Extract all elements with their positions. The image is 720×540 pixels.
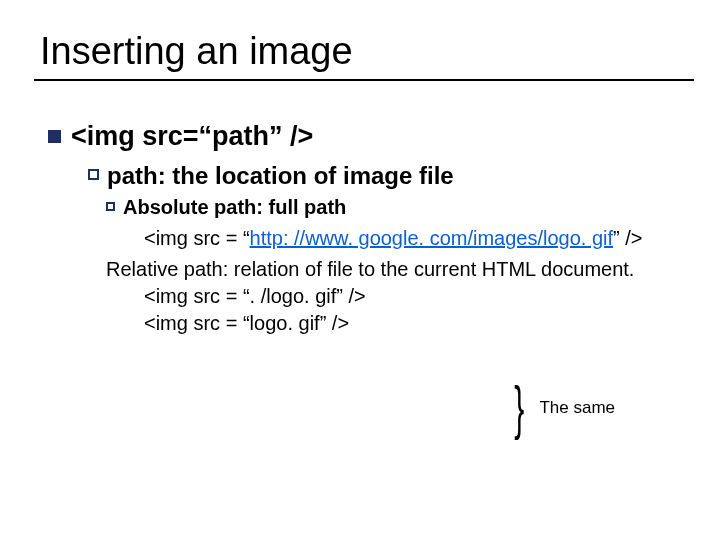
relative-block: Relative path: relation of file to the c… <box>48 256 680 337</box>
square-bullet-icon <box>48 130 61 143</box>
content-area: <img src=“path” /> path: the location of… <box>40 81 680 337</box>
lvl2-text: path: the location of image file <box>107 162 454 190</box>
brace-icon: } <box>514 384 524 432</box>
lvl3-block: Absolute path: full path <box>48 196 680 219</box>
lvl2-block: path: the location of image file <box>48 162 680 190</box>
relative-example-1: <img src = “. /logo. gif” /> <box>106 283 680 310</box>
lvl3-text: Absolute path: full path <box>123 196 346 219</box>
hollow-square-bullet-icon <box>88 169 99 180</box>
abs-post: ” /> <box>613 227 642 249</box>
abs-pre: <img src = “ <box>144 227 250 249</box>
relative-example-2: <img src = “logo. gif” /> <box>106 310 680 337</box>
bullet-level-1: <img src=“path” /> <box>48 121 680 152</box>
relative-intro: Relative path: relation of file to the c… <box>106 256 680 283</box>
slide: Inserting an image <img src=“path” /> pa… <box>0 0 720 540</box>
abs-link[interactable]: http: //www. google. com/images/logo. gi… <box>250 227 614 249</box>
lvl1-text: <img src=“path” /> <box>71 121 313 152</box>
small-hollow-square-bullet-icon <box>106 202 115 211</box>
note-text: The same <box>539 398 615 418</box>
bullet-level-2: path: the location of image file <box>88 162 680 190</box>
bullet-level-3: Absolute path: full path <box>106 196 680 219</box>
slide-title: Inserting an image <box>40 30 680 73</box>
absolute-example-line: <img src = “http: //www. google. com/ima… <box>144 225 680 252</box>
note-area: } The same <box>501 388 615 428</box>
absolute-example-block: <img src = “http: //www. google. com/ima… <box>48 225 680 252</box>
